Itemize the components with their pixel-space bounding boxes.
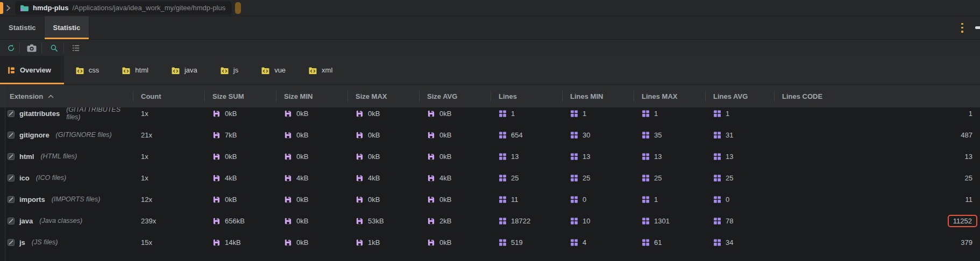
column-header-lines[interactable]: Lines (491, 85, 562, 107)
size-sum-value: 0kB (225, 153, 237, 161)
column-header-lines-min[interactable]: Lines MIN (562, 85, 634, 107)
edit-checkbox-icon[interactable] (8, 175, 15, 182)
grid-lines-icon (642, 153, 650, 161)
edit-checkbox-icon[interactable] (8, 132, 15, 139)
grid-lines-icon (570, 131, 578, 139)
column-header-label: Lines MIN (570, 92, 603, 100)
filter-tab-html[interactable]: html (110, 56, 160, 84)
column-header-extension[interactable]: Extension (0, 85, 133, 107)
filter-tab-xml[interactable]: xml (297, 56, 344, 84)
table-row-ico[interactable]: ico(ICO files)1x4kB4kB4kB4kB2525252525 (0, 167, 980, 189)
column-header-size-max[interactable]: Size MAX (347, 85, 419, 107)
filter-tab-label: css (89, 66, 100, 74)
filter-tab-js[interactable]: js (209, 56, 250, 84)
lines-max-value: 1 (654, 110, 658, 118)
floppy-disk-icon (356, 110, 364, 118)
table-body[interactable]: gitattributes(GITATTRIBUTES files)1x0kB0… (0, 107, 980, 261)
search-icon (50, 44, 58, 52)
extension-description: (JS files) (32, 238, 58, 246)
chevron-right-icon[interactable] (6, 5, 11, 11)
kebab-menu-icon[interactable] (961, 23, 963, 33)
column-header-size-sum[interactable]: Size SUM (204, 85, 276, 107)
lines-value: 654 (511, 131, 523, 139)
extension-cell: ico(ICO files) (0, 174, 133, 182)
extension-description: (GITATTRIBUTES files) (66, 107, 133, 121)
extension-name: ico (19, 174, 30, 182)
filter-tab-css[interactable]: css (64, 56, 111, 84)
filter-tab-label: Overview (20, 66, 51, 74)
floppy-disk-icon (212, 217, 221, 225)
grid-lines-icon (570, 238, 578, 247)
size-max-cell: 0kB (347, 195, 419, 204)
editor-tab-statistic-1[interactable]: Statistic (45, 16, 89, 39)
column-header-size-avg[interactable]: Size AVG (419, 85, 491, 107)
table-row-imports[interactable]: imports(IMPORTS files)12x0kB0kB0kB0kB110… (0, 189, 980, 210)
floppy-disk-icon (356, 131, 364, 139)
table-row-gitattributes[interactable]: gitattributes(GITATTRIBUTES files)1x0kB0… (0, 107, 980, 124)
breadcrumb[interactable]: hmdp-plus /Applications/java/idea_work_m… (15, 1, 232, 15)
lines-code-cell: 13 (774, 153, 980, 161)
table-row-html[interactable]: html(HTML files)1x0kB0kB0kB0kB1313131313 (0, 146, 980, 167)
file-code-icon (220, 66, 229, 75)
floppy-disk-icon (284, 153, 292, 161)
column-header-lines-max[interactable]: Lines MAX (634, 85, 705, 107)
editor-tab-statistic-0[interactable]: Statistic (0, 16, 45, 39)
size-sum-value: 656kB (225, 217, 245, 225)
edit-checkbox-icon[interactable] (8, 196, 15, 203)
grid-lines-icon (713, 131, 721, 139)
size-sum-cell: 14kB (204, 238, 276, 247)
column-header-lines-code[interactable]: Lines CODE (774, 85, 980, 107)
lines-code-cell: 1 (774, 110, 980, 118)
lines-max-value: 1301 (654, 217, 670, 225)
size-avg-cell: 4kB (419, 174, 491, 182)
refresh-button[interactable] (4, 42, 17, 53)
size-sum-cell: 0kB (204, 110, 276, 118)
lines-min-cell: 0 (562, 195, 634, 204)
size-min-value: 0kB (296, 195, 308, 204)
column-header-lines-avg[interactable]: Lines AVG (705, 85, 774, 107)
table-row-gitignore[interactable]: gitignore(GITIGNORE files)21x7kB0kB0kB0k… (0, 124, 980, 146)
floppy-disk-icon (212, 195, 221, 204)
lines-cell: 13 (491, 153, 562, 161)
count-value: 21x (141, 131, 152, 139)
list-settings-button[interactable] (63, 42, 83, 53)
edit-checkbox-icon[interactable] (8, 153, 15, 160)
column-header-count[interactable]: Count (133, 85, 204, 107)
size-max-value: 0kB (368, 110, 380, 118)
floppy-disk-icon (427, 110, 435, 118)
camera-button[interactable] (19, 42, 39, 53)
grid-lines-icon (713, 238, 721, 247)
size-sum-cell: 7kB (204, 131, 276, 139)
filter-tab-label: xml (322, 66, 332, 74)
filter-tab-vue[interactable]: vue (250, 56, 297, 84)
size-max-value: 53kB (368, 217, 384, 225)
grid-lines-icon (570, 110, 578, 118)
edit-checkbox-icon[interactable] (8, 239, 15, 246)
minimize-bar-icon[interactable] (975, 26, 980, 29)
project-name[interactable]: hmdp-plus (33, 4, 68, 12)
grid-lines-icon (713, 195, 721, 204)
lines-cell: 1 (491, 110, 562, 118)
column-header-label: Lines (499, 92, 517, 100)
lines-min-cell: 13 (562, 153, 634, 161)
size-min-cell: 0kB (276, 153, 347, 161)
filter-tab-java[interactable]: java (160, 56, 209, 84)
lines-cell: 11 (491, 195, 562, 204)
size-avg-value: 0kB (439, 195, 451, 204)
table-row-js[interactable]: js(JS files)15x14kB0kB1kB0kB51946134379 (0, 231, 980, 253)
edit-checkbox-icon[interactable] (8, 110, 15, 117)
edit-checkbox-icon[interactable] (8, 218, 15, 224)
column-header-size-min[interactable]: Size MIN (276, 85, 347, 107)
list-settings-icon (72, 44, 80, 52)
count-value: 1x (141, 153, 148, 161)
lines-code-value: 13 (965, 153, 972, 161)
extension-description: (ICO files) (36, 174, 66, 182)
search-button[interactable] (41, 42, 61, 53)
extension-name: js (19, 238, 25, 247)
lines-max-value: 1 (654, 195, 658, 204)
filter-tab-overview[interactable]: Overview (0, 56, 64, 84)
table-row-java[interactable]: java(Java classes)239x656kB0kB53kB2kB187… (0, 210, 980, 231)
floppy-disk-icon (212, 174, 221, 182)
lines-code-value: 11 (965, 195, 973, 204)
size-sum-cell: 4kB (204, 174, 276, 182)
